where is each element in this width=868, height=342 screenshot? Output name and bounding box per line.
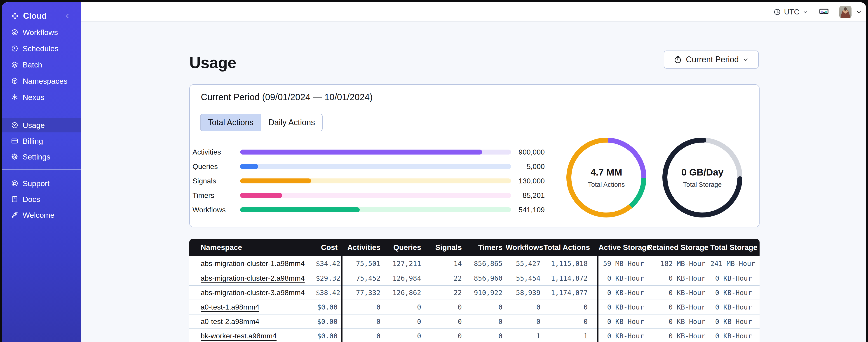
namespace-link[interactable]: abs-migration-cluster-3.a98mm4 xyxy=(200,288,305,297)
sidebar-item-schedules[interactable]: Schedules xyxy=(2,42,81,55)
sidebar-item-billing[interactable]: Billing xyxy=(2,134,81,148)
table-header: NamespaceCostActivitiesQueriesSignalsTim… xyxy=(189,239,760,256)
donut-center: 4.7 MMTotal Actions xyxy=(565,136,648,219)
bar-value: 900,000 xyxy=(519,148,545,156)
tab-total-actions[interactable]: Total Actions xyxy=(200,114,261,131)
cell-activities: 0 xyxy=(342,303,383,311)
bar-fill xyxy=(240,149,482,155)
namespace-link[interactable]: abs-migration-cluster-2.a98mm4 xyxy=(200,274,305,282)
header-timers: Timers xyxy=(465,243,506,252)
schedules-icon xyxy=(11,45,19,52)
cell-active_storage: 0 KB-Hour xyxy=(598,303,647,311)
cell-signals: 22 xyxy=(424,289,465,297)
topbar: UTC xyxy=(2,2,866,22)
cell-signals: 14 xyxy=(424,260,465,268)
cell-active_storage: 0 KB-Hour xyxy=(598,289,647,297)
tab-daily-actions[interactable]: Daily Actions xyxy=(261,114,322,131)
sidebar-item-label: Batch xyxy=(23,61,42,69)
sidebar-item-docs[interactable]: Docs xyxy=(2,193,81,206)
cell-signals: 0 xyxy=(424,332,465,340)
account-menu-button[interactable] xyxy=(839,6,862,18)
cell-namespace: a0-test-1.a98mm4 xyxy=(189,303,316,311)
cell-namespace: abs-migration-cluster-1.a98mm4 xyxy=(189,260,316,268)
donut-label: Total Actions xyxy=(588,181,625,189)
usage-bar-row-queries: Queries5,000 xyxy=(190,164,549,169)
cell-activities: 0 xyxy=(342,318,383,326)
sidebar-item-label: Usage xyxy=(23,121,45,130)
cell-retained_storage: 0 KB-Hour xyxy=(647,274,710,282)
namespace-link[interactable]: abs-migration-cluster-1.a98mm4 xyxy=(200,260,305,268)
sidebar-item-batch[interactable]: Batch xyxy=(2,58,81,71)
header-total_storage: Total Storage xyxy=(710,243,760,252)
cell-activities: 0 xyxy=(342,332,383,340)
sidebar-item-namespaces[interactable]: Namespaces xyxy=(2,74,81,88)
cell-cost: $0.00 xyxy=(316,318,341,326)
bar-track xyxy=(240,193,511,198)
temporal-cloud-icon xyxy=(11,12,19,20)
sidebar-item-label: Settings xyxy=(23,152,51,161)
brand-label: Cloud xyxy=(23,11,47,21)
cell-activities: 75,452 xyxy=(342,274,383,282)
bar-value: 130,000 xyxy=(519,177,545,185)
cell-total_storage: 0 KB-Hour xyxy=(710,332,760,340)
feedback-glasses-button[interactable] xyxy=(818,6,829,18)
stopwatch-icon xyxy=(673,55,682,64)
timezone-label: UTC xyxy=(784,8,799,16)
page-title: Usage xyxy=(189,54,236,72)
sidebar-item-usage[interactable]: Usage xyxy=(2,118,81,132)
bar-track xyxy=(240,149,511,155)
table-row: bk-worker-test.a98mm4$0.000000110 KB-Hou… xyxy=(189,329,760,342)
donut-label: Total Storage xyxy=(683,181,722,189)
period-selector-button[interactable]: Current Period xyxy=(664,50,758,69)
cell-cost: $29.32 xyxy=(316,274,341,282)
cell-activities: 75,501 xyxy=(342,260,383,268)
cell-workflows: 1 xyxy=(506,332,544,340)
cell-workflows: 55,427 xyxy=(506,260,544,268)
chevron-down-icon xyxy=(855,8,862,15)
sidebar-item-workflows[interactable]: Workflows xyxy=(2,26,81,39)
sidebar-item-label: Support xyxy=(23,179,50,188)
cell-queries: 0 xyxy=(383,332,424,340)
timezone-selector[interactable]: UTC xyxy=(773,8,809,16)
cell-total_storage: 241 MB-Hour xyxy=(710,260,760,268)
cell-total_actions: 0 xyxy=(544,318,597,326)
billing-icon xyxy=(11,137,19,145)
cell-total_actions: 1,174,077 xyxy=(544,289,597,297)
bar-category-label: Signals xyxy=(192,177,216,185)
cell-queries: 0 xyxy=(383,303,424,311)
usage-table: NamespaceCostActivitiesQueriesSignalsTim… xyxy=(189,239,760,342)
sidebar-item-label: Docs xyxy=(23,195,40,204)
sidebar-collapse-button[interactable] xyxy=(64,13,71,20)
cell-workflows: 55,454 xyxy=(506,274,544,282)
cell-total_storage: 0 KB-Hour xyxy=(710,289,760,297)
usage-bar-row-signals: Signals130,000 xyxy=(190,178,549,183)
cell-workflows: 58,939 xyxy=(506,289,544,297)
namespace-link[interactable]: a0-test-1.a98mm4 xyxy=(200,303,259,311)
bar-value: 85,201 xyxy=(523,191,545,200)
bar-category-label: Activities xyxy=(192,148,221,156)
nexus-icon xyxy=(11,93,19,101)
bar-fill xyxy=(240,207,360,212)
cell-active_storage: 0 KB-Hour xyxy=(598,274,647,282)
sidebar-item-settings[interactable]: Settings xyxy=(2,149,81,164)
sidebar-item-welcome[interactable]: Welcome xyxy=(2,208,81,221)
bar-category-label: Timers xyxy=(192,191,214,200)
period-selector-label: Current Period xyxy=(686,55,739,64)
header-namespace: Namespace xyxy=(189,243,316,252)
cell-timers: 0 xyxy=(465,303,506,311)
bar-track xyxy=(240,207,511,212)
bar-category-label: Workflows xyxy=(192,206,226,214)
namespace-link[interactable]: a0-test-2.a98mm4 xyxy=(200,317,259,326)
cell-retained_storage: 0 KB-Hour xyxy=(647,289,710,297)
cell-namespace: a0-test-2.a98mm4 xyxy=(189,317,316,326)
header-workflows: Workflows xyxy=(506,243,544,252)
namespace-link[interactable]: bk-worker-test.a98mm4 xyxy=(200,332,277,340)
cell-retained_storage: 0 KB-Hour xyxy=(647,318,710,326)
donut-center: 0 GB/DayTotal Storage xyxy=(660,136,744,219)
sidebar-item-support[interactable]: Support xyxy=(2,177,81,190)
sidebar-item-nexus[interactable]: Nexus xyxy=(2,91,81,104)
cell-active_storage: 0 KB-Hour xyxy=(598,332,647,340)
chevron-down-icon xyxy=(742,56,749,63)
cell-workflows: 0 xyxy=(506,303,544,311)
sidebar-item-label: Billing xyxy=(23,137,43,145)
